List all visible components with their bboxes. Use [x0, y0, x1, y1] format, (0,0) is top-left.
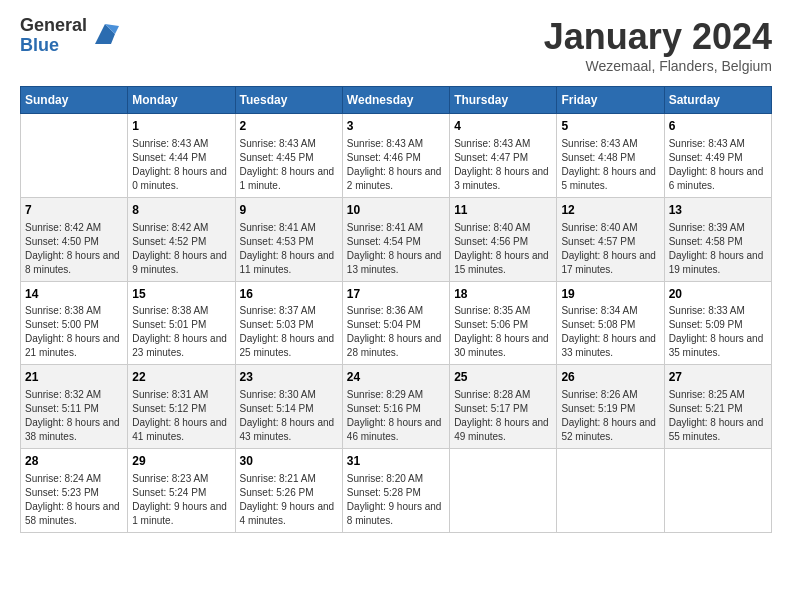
calendar-cell: 24Sunrise: 8:29 AMSunset: 5:16 PMDayligh… — [342, 365, 449, 449]
cell-info: Sunrise: 8:33 AMSunset: 5:09 PMDaylight:… — [669, 304, 767, 360]
calendar-cell: 8Sunrise: 8:42 AMSunset: 4:52 PMDaylight… — [128, 197, 235, 281]
col-header-saturday: Saturday — [664, 87, 771, 114]
calendar-cell: 30Sunrise: 8:21 AMSunset: 5:26 PMDayligh… — [235, 449, 342, 533]
day-number: 5 — [561, 118, 659, 135]
day-number: 20 — [669, 286, 767, 303]
day-number: 17 — [347, 286, 445, 303]
day-number: 16 — [240, 286, 338, 303]
calendar-cell — [21, 114, 128, 198]
calendar-cell — [557, 449, 664, 533]
col-header-tuesday: Tuesday — [235, 87, 342, 114]
cell-info: Sunrise: 8:31 AMSunset: 5:12 PMDaylight:… — [132, 388, 230, 444]
calendar-cell: 18Sunrise: 8:35 AMSunset: 5:06 PMDayligh… — [450, 281, 557, 365]
title-block: January 2024 Wezemaal, Flanders, Belgium — [544, 16, 772, 74]
day-number: 31 — [347, 453, 445, 470]
calendar-cell: 2Sunrise: 8:43 AMSunset: 4:45 PMDaylight… — [235, 114, 342, 198]
month-title: January 2024 — [544, 16, 772, 58]
day-number: 7 — [25, 202, 123, 219]
calendar-cell: 9Sunrise: 8:41 AMSunset: 4:53 PMDaylight… — [235, 197, 342, 281]
week-row-1: 1Sunrise: 8:43 AMSunset: 4:44 PMDaylight… — [21, 114, 772, 198]
calendar-cell: 14Sunrise: 8:38 AMSunset: 5:00 PMDayligh… — [21, 281, 128, 365]
cell-info: Sunrise: 8:43 AMSunset: 4:45 PMDaylight:… — [240, 137, 338, 193]
day-number: 19 — [561, 286, 659, 303]
calendar-cell: 15Sunrise: 8:38 AMSunset: 5:01 PMDayligh… — [128, 281, 235, 365]
cell-info: Sunrise: 8:26 AMSunset: 5:19 PMDaylight:… — [561, 388, 659, 444]
day-number: 24 — [347, 369, 445, 386]
day-number: 3 — [347, 118, 445, 135]
calendar-cell: 3Sunrise: 8:43 AMSunset: 4:46 PMDaylight… — [342, 114, 449, 198]
cell-info: Sunrise: 8:42 AMSunset: 4:50 PMDaylight:… — [25, 221, 123, 277]
cell-info: Sunrise: 8:34 AMSunset: 5:08 PMDaylight:… — [561, 304, 659, 360]
week-row-2: 7Sunrise: 8:42 AMSunset: 4:50 PMDaylight… — [21, 197, 772, 281]
cell-info: Sunrise: 8:36 AMSunset: 5:04 PMDaylight:… — [347, 304, 445, 360]
page-header: General Blue January 2024 Wezemaal, Flan… — [20, 16, 772, 74]
day-number: 12 — [561, 202, 659, 219]
cell-info: Sunrise: 8:23 AMSunset: 5:24 PMDaylight:… — [132, 472, 230, 528]
calendar-cell: 31Sunrise: 8:20 AMSunset: 5:28 PMDayligh… — [342, 449, 449, 533]
calendar-cell: 26Sunrise: 8:26 AMSunset: 5:19 PMDayligh… — [557, 365, 664, 449]
cell-info: Sunrise: 8:42 AMSunset: 4:52 PMDaylight:… — [132, 221, 230, 277]
col-header-monday: Monday — [128, 87, 235, 114]
day-number: 15 — [132, 286, 230, 303]
cell-info: Sunrise: 8:41 AMSunset: 4:54 PMDaylight:… — [347, 221, 445, 277]
calendar-cell: 7Sunrise: 8:42 AMSunset: 4:50 PMDaylight… — [21, 197, 128, 281]
calendar-cell: 5Sunrise: 8:43 AMSunset: 4:48 PMDaylight… — [557, 114, 664, 198]
calendar-cell: 4Sunrise: 8:43 AMSunset: 4:47 PMDaylight… — [450, 114, 557, 198]
cell-info: Sunrise: 8:38 AMSunset: 5:00 PMDaylight:… — [25, 304, 123, 360]
cell-info: Sunrise: 8:43 AMSunset: 4:49 PMDaylight:… — [669, 137, 767, 193]
cell-info: Sunrise: 8:30 AMSunset: 5:14 PMDaylight:… — [240, 388, 338, 444]
calendar-cell: 19Sunrise: 8:34 AMSunset: 5:08 PMDayligh… — [557, 281, 664, 365]
cell-info: Sunrise: 8:43 AMSunset: 4:46 PMDaylight:… — [347, 137, 445, 193]
cell-info: Sunrise: 8:43 AMSunset: 4:44 PMDaylight:… — [132, 137, 230, 193]
week-row-5: 28Sunrise: 8:24 AMSunset: 5:23 PMDayligh… — [21, 449, 772, 533]
cell-info: Sunrise: 8:35 AMSunset: 5:06 PMDaylight:… — [454, 304, 552, 360]
day-number: 28 — [25, 453, 123, 470]
logo-text: General Blue — [20, 16, 87, 56]
calendar-cell: 20Sunrise: 8:33 AMSunset: 5:09 PMDayligh… — [664, 281, 771, 365]
cell-info: Sunrise: 8:38 AMSunset: 5:01 PMDaylight:… — [132, 304, 230, 360]
calendar-cell: 27Sunrise: 8:25 AMSunset: 5:21 PMDayligh… — [664, 365, 771, 449]
calendar-cell: 13Sunrise: 8:39 AMSunset: 4:58 PMDayligh… — [664, 197, 771, 281]
cell-info: Sunrise: 8:43 AMSunset: 4:47 PMDaylight:… — [454, 137, 552, 193]
day-number: 14 — [25, 286, 123, 303]
day-number: 1 — [132, 118, 230, 135]
day-number: 18 — [454, 286, 552, 303]
day-number: 10 — [347, 202, 445, 219]
day-number: 11 — [454, 202, 552, 219]
calendar-cell: 1Sunrise: 8:43 AMSunset: 4:44 PMDaylight… — [128, 114, 235, 198]
day-number: 2 — [240, 118, 338, 135]
week-row-4: 21Sunrise: 8:32 AMSunset: 5:11 PMDayligh… — [21, 365, 772, 449]
calendar-table: SundayMondayTuesdayWednesdayThursdayFrid… — [20, 86, 772, 533]
week-row-3: 14Sunrise: 8:38 AMSunset: 5:00 PMDayligh… — [21, 281, 772, 365]
cell-info: Sunrise: 8:41 AMSunset: 4:53 PMDaylight:… — [240, 221, 338, 277]
calendar-header: SundayMondayTuesdayWednesdayThursdayFrid… — [21, 87, 772, 114]
cell-info: Sunrise: 8:20 AMSunset: 5:28 PMDaylight:… — [347, 472, 445, 528]
day-number: 30 — [240, 453, 338, 470]
calendar-cell: 29Sunrise: 8:23 AMSunset: 5:24 PMDayligh… — [128, 449, 235, 533]
calendar-body: 1Sunrise: 8:43 AMSunset: 4:44 PMDaylight… — [21, 114, 772, 533]
day-number: 29 — [132, 453, 230, 470]
cell-info: Sunrise: 8:32 AMSunset: 5:11 PMDaylight:… — [25, 388, 123, 444]
cell-info: Sunrise: 8:24 AMSunset: 5:23 PMDaylight:… — [25, 472, 123, 528]
cell-info: Sunrise: 8:40 AMSunset: 4:57 PMDaylight:… — [561, 221, 659, 277]
cell-info: Sunrise: 8:28 AMSunset: 5:17 PMDaylight:… — [454, 388, 552, 444]
calendar-cell: 10Sunrise: 8:41 AMSunset: 4:54 PMDayligh… — [342, 197, 449, 281]
day-number: 8 — [132, 202, 230, 219]
calendar-cell: 22Sunrise: 8:31 AMSunset: 5:12 PMDayligh… — [128, 365, 235, 449]
day-number: 25 — [454, 369, 552, 386]
logo-icon — [91, 20, 119, 48]
logo: General Blue — [20, 16, 119, 56]
day-number: 13 — [669, 202, 767, 219]
col-header-friday: Friday — [557, 87, 664, 114]
calendar-cell: 21Sunrise: 8:32 AMSunset: 5:11 PMDayligh… — [21, 365, 128, 449]
day-number: 6 — [669, 118, 767, 135]
cell-info: Sunrise: 8:21 AMSunset: 5:26 PMDaylight:… — [240, 472, 338, 528]
logo-blue: Blue — [20, 36, 87, 56]
cell-info: Sunrise: 8:39 AMSunset: 4:58 PMDaylight:… — [669, 221, 767, 277]
calendar-cell: 16Sunrise: 8:37 AMSunset: 5:03 PMDayligh… — [235, 281, 342, 365]
location: Wezemaal, Flanders, Belgium — [544, 58, 772, 74]
calendar-cell: 6Sunrise: 8:43 AMSunset: 4:49 PMDaylight… — [664, 114, 771, 198]
cell-info: Sunrise: 8:29 AMSunset: 5:16 PMDaylight:… — [347, 388, 445, 444]
calendar-cell — [450, 449, 557, 533]
day-number: 26 — [561, 369, 659, 386]
